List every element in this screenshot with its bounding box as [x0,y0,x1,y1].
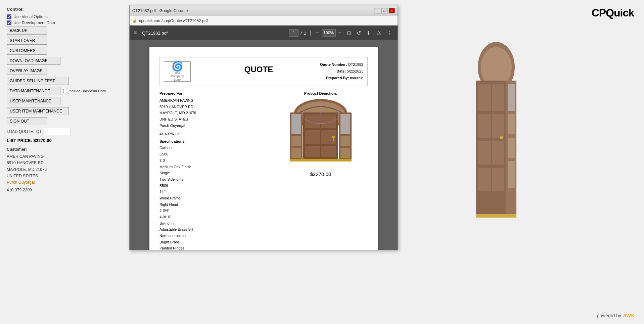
quote-customer-contact: Purch Guyorgal [159,123,267,129]
powered-by-text: powered by [597,313,621,318]
quote-customer-info: AMERICAN PAVING 6910 HANOVER RD. MAYPOLE… [159,97,267,129]
sign-out-button[interactable]: SIGN OUT [7,117,47,125]
customer-section: Customer: AMERICAN PAVING 6910 HANOVER R… [7,146,118,186]
close-button[interactable]: ✕ [389,8,395,13]
quote-date-label: Date: [336,69,346,73]
spec-brass-sill: Adjustable Brass Sill [159,226,267,233]
pdf-separator: | [310,30,311,36]
svg-rect-18 [333,137,334,141]
svg-rect-38 [492,168,504,191]
bg-door-image [476,40,516,235]
browser-window: QT21982.pdf - Google Chrome — □ ✕ 🔒 cpqu… [129,5,398,250]
customers-button[interactable]: CUSTOMERS [7,47,47,55]
svg-rect-26 [508,84,515,111]
pdf-page-input[interactable] [289,29,298,37]
pdf-rotate-button[interactable]: ↺ [355,29,362,37]
brand-quick: Quick [606,7,634,19]
svg-rect-13 [305,130,320,144]
pdf-toolbar-right: ⬇ 🖨 ⋮ [365,29,394,37]
customer-phone: 410-379-2209 [7,188,118,192]
customer-label: Customer: [7,146,118,153]
pdf-zoom-input[interactable] [322,29,336,37]
browser-titlebar: QT21982.pdf - Google Chrome — □ ✕ [130,5,398,16]
pdf-page: 🌀 Your Company Logo QUOTE Quote Number: … [149,47,378,250]
company-logo: 🌀 Your Company Logo [164,61,191,82]
svg-rect-16 [321,146,336,157]
browser-addressbar: 🔒 cpquick.com/cpq/Quotes/QT21982.pdf [130,16,398,26]
pdf-download-button[interactable]: ⬇ [365,29,372,37]
logo-line2: Company [171,75,184,78]
svg-point-39 [500,136,503,139]
svg-rect-4 [291,136,301,146]
dev-data-row: Use Development Data [7,20,118,25]
maximize-button[interactable]: □ [381,8,387,13]
spec-single: Single [159,170,267,176]
pdf-fit-button[interactable]: ⊡ [346,29,353,37]
spec-s509: S509 [159,183,267,189]
include-backend-label: Include Back-end Data [68,89,106,93]
spec-finish: Medium Oak Finish [159,164,267,170]
download-image-button[interactable]: DOWNLOAD IMAGE [7,57,60,65]
quote-date-value: 5/22/2023 [347,69,363,73]
door-svg [284,97,358,168]
svg-rect-33 [478,114,491,138]
back-up-button[interactable]: BACK UP [7,27,47,35]
svg-rect-37 [478,168,491,191]
svg-rect-34 [492,114,504,138]
aws-footer: powered by aws [597,312,634,319]
pdf-zoom-in-button[interactable]: + [337,29,343,37]
pdf-print-button[interactable]: 🖨 [375,29,383,37]
load-quote-prefix: QT [36,129,42,134]
quote-header: 🌀 Your Company Logo QUOTE Quote Number: … [159,57,368,86]
svg-rect-11 [305,115,320,128]
svg-rect-31 [478,84,491,111]
logo-line3: Logo [174,78,181,81]
product-depiction-label: Product Depiction: [274,91,368,95]
svg-rect-3 [291,114,301,134]
svg-rect-15 [305,146,320,157]
svg-rect-32 [492,84,504,111]
sidebar: Control: Use Visual Options Use Developm… [0,0,124,324]
load-quote-input[interactable] [44,128,71,135]
quote-meta: Quote Number: QT21982 Date: 5/22/2023 Pr… [320,61,363,81]
pdf-toolbar: ≡ QT21982.pdf / 1 | − + ⊡ ↺ ⬇ 🖨 ⋮ [130,26,398,40]
spec-14in: 14" [159,189,267,195]
customer-contact: Purch Guyorgal [7,179,118,186]
svg-rect-36 [492,141,504,165]
quote-prepared-value: mdurbin [350,76,363,80]
pdf-zoom-out-button[interactable]: − [314,29,320,37]
logo-line1: Your [174,71,180,75]
user-maintenance-button[interactable]: USER MAINTENANCE [7,97,60,105]
specs-list: Carbon C580 3-0 Medium Oak Finish Single… [159,145,267,250]
quote-date-row: Date: 5/22/2023 [320,68,363,75]
start-over-button[interactable]: START OVER [7,37,47,45]
pdf-menu-icon[interactable]: ≡ [134,30,137,36]
pdf-filename: QT21982.pdf [142,31,286,36]
customer-country: UNITED STATES [7,173,118,179]
user-item-maintenance-button[interactable]: USER ITEM MAINTENANCE [7,107,69,115]
svg-rect-7 [340,114,350,134]
minimize-button[interactable]: — [374,8,380,13]
guided-selling-test-button[interactable]: GUIDED SELLING TEST [7,77,69,85]
pdf-content: 🌀 Your Company Logo QUOTE Quote Number: … [130,40,398,250]
dev-data-checkbox[interactable] [7,20,11,25]
address-text: cpquick.com/cpq/Quotes/QT21982.pdf [139,18,208,23]
pdf-page-separator: / [301,31,302,36]
brand-logo: CPQuick [592,7,634,19]
data-maintenance-button[interactable]: DATA MAINTENANCE [7,87,60,95]
specifications-label: Specifications: [159,139,267,143]
visual-options-checkbox[interactable] [7,14,11,19]
svg-rect-29 [508,161,515,188]
prepared-for-label: Prepared For: [159,91,267,95]
include-backend-row: Include Back-end Data [63,89,106,93]
spec-lockset: Norman Lockset [159,233,267,239]
pdf-more-button[interactable]: ⋮ [385,29,394,37]
lock-icon: 🔒 [132,18,137,23]
overlay-image-button[interactable]: OVERLAY IMAGE [7,67,47,75]
include-backend-checkbox[interactable] [63,89,67,93]
pdf-page-controls: / 1 [289,29,306,37]
quote-customer-address1: 6910 HANOVER RD. [159,104,267,110]
spec-4-9-16: 4-9/16" [159,214,267,220]
spec-bright-brass: Bright Brass [159,239,267,245]
svg-rect-28 [508,138,515,158]
